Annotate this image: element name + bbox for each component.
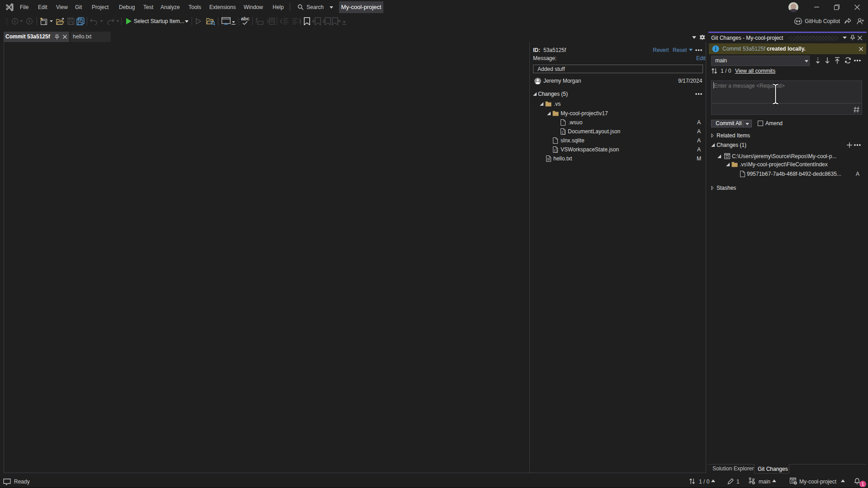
svg-text:{}: {} — [554, 149, 557, 152]
svg-text:{}: {} — [561, 131, 565, 134]
